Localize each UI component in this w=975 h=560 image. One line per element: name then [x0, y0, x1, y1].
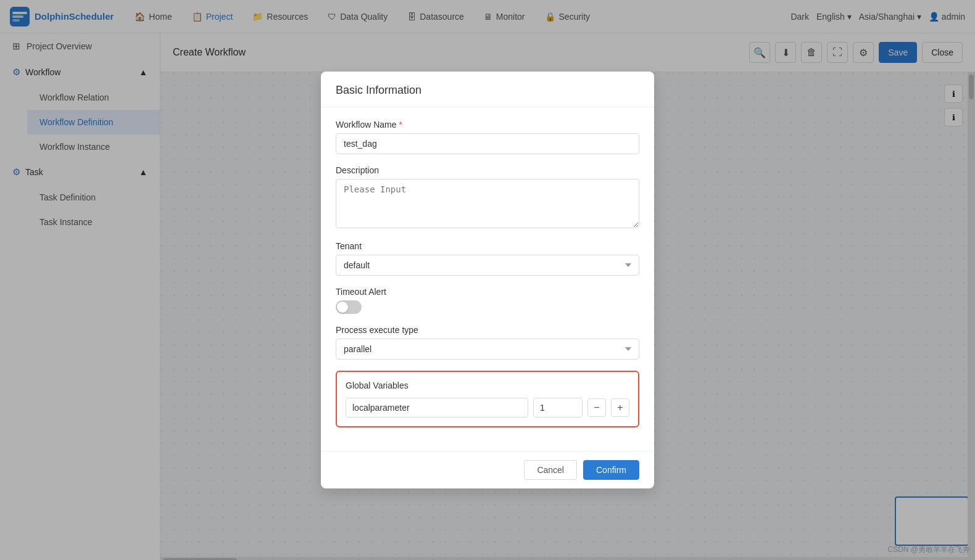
process-execute-type-label: Process execute type — [336, 325, 639, 335]
workflow-name-label: Workflow Name * — [336, 120, 639, 130]
global-variables-section: Global Variables − + — [336, 371, 639, 427]
global-vars-title: Global Variables — [346, 381, 629, 390]
workflow-name-input[interactable] — [336, 133, 639, 154]
toggle-thumb — [337, 302, 348, 313]
description-group: Description — [336, 165, 639, 230]
timeout-alert-label: Timeout Alert — [336, 287, 639, 297]
required-indicator: * — [399, 120, 402, 130]
confirm-button[interactable]: Confirm — [583, 460, 639, 480]
modal-header: Basic Information — [321, 72, 654, 107]
modal-footer: Cancel Confirm — [321, 451, 654, 488]
global-var-value-input[interactable] — [533, 398, 583, 418]
tenant-group: Tenant default admin — [336, 241, 639, 276]
modal-body: Workflow Name * Description Tenant defau… — [321, 107, 654, 451]
add-var-button[interactable]: + — [611, 398, 629, 417]
modal-overlay: Basic Information Workflow Name * Descri… — [0, 0, 975, 560]
description-input[interactable] — [336, 179, 639, 228]
tenant-select[interactable]: default admin — [336, 255, 639, 276]
basic-info-modal: Basic Information Workflow Name * Descri… — [321, 72, 654, 488]
global-vars-row: − + — [346, 398, 629, 418]
description-label: Description — [336, 165, 639, 175]
modal-title: Basic Information — [336, 84, 421, 96]
tenant-label: Tenant — [336, 241, 639, 251]
global-var-name-input[interactable] — [346, 398, 528, 418]
workflow-name-group: Workflow Name * — [336, 120, 639, 154]
timeout-alert-group: Timeout Alert — [336, 287, 639, 314]
remove-var-button[interactable]: − — [587, 398, 606, 417]
process-execute-type-select[interactable]: parallel serial — [336, 339, 639, 360]
cancel-button[interactable]: Cancel — [524, 460, 577, 480]
timeout-alert-toggle[interactable] — [336, 300, 362, 314]
process-execute-type-group: Process execute type parallel serial — [336, 325, 639, 360]
